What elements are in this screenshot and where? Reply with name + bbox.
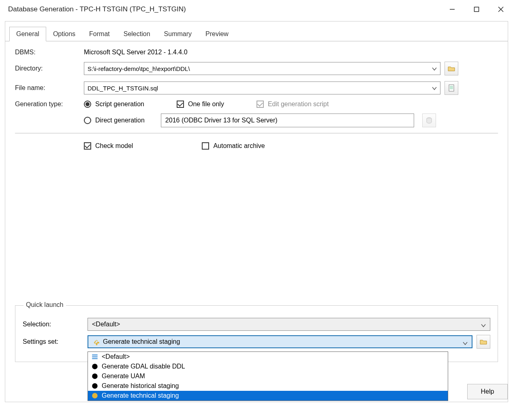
tab-options[interactable]: Options	[46, 27, 82, 41]
gear-icon	[92, 338, 100, 345]
edit-generation-script-checkbox: Edit generation script	[256, 101, 329, 108]
settings-dropdown-list: <Default> Generate GDAL disable DDL Gene…	[88, 351, 448, 401]
checkbox-icon	[202, 142, 209, 150]
tab-selection[interactable]: Selection	[117, 27, 157, 41]
chevron-down-icon	[432, 66, 437, 73]
radio-icon	[84, 101, 91, 108]
minimize-button[interactable]	[440, 0, 464, 19]
automatic-archive-label: Automatic archive	[213, 142, 265, 150]
odbc-driver-value: 2016 (ODBC Driver 13 for SQL Server)	[165, 117, 278, 124]
ql-selection-combo[interactable]: <Default>	[88, 318, 490, 331]
radio-icon	[84, 117, 91, 124]
tab-summary[interactable]: Summary	[157, 27, 199, 41]
dropdown-option-historical[interactable]: Generate historical staging	[88, 381, 448, 391]
svg-rect-10	[92, 356, 98, 358]
window-buttons	[440, 0, 513, 19]
dbms-label: DBMS:	[15, 49, 84, 56]
odbc-driver-field[interactable]: 2016 (ODBC Driver 13 for SQL Server)	[161, 114, 414, 127]
separator	[15, 133, 498, 133]
dropdown-option-default[interactable]: <Default>	[88, 352, 448, 362]
gear-icon	[91, 382, 98, 390]
directory-combo[interactable]: S:\i-refactory-demo\tpc_h\export\DDL\	[84, 62, 440, 75]
database-icon	[426, 117, 432, 124]
help-button-label: Help	[481, 388, 494, 395]
svg-point-13	[92, 373, 98, 379]
tab-format[interactable]: Format	[82, 27, 117, 41]
filename-label: File name:	[15, 84, 84, 92]
browse-settings-button[interactable]	[477, 335, 490, 349]
one-file-only-label: One file only	[188, 101, 224, 108]
view-file-button[interactable]	[445, 81, 458, 95]
filename-combo[interactable]: DDL_TPC_H_TSTGIN.sql	[84, 81, 440, 94]
svg-rect-11	[92, 358, 98, 359]
tab-general[interactable]: General	[9, 27, 46, 41]
directory-label: Directory:	[15, 65, 84, 72]
chevron-down-icon	[463, 340, 468, 347]
filename-value: DDL_TPC_H_TSTGIN.sql	[88, 85, 158, 92]
minimize-icon	[449, 6, 455, 12]
direct-generation-radio[interactable]: Direct generation	[84, 117, 145, 124]
svg-point-12	[92, 364, 98, 369]
window-title: Database Generation - TPC-H TSTGIN (TPC_…	[8, 5, 440, 13]
svg-point-15	[92, 393, 98, 399]
dbms-value: Microsoft SQL Server 2012 - 1.4.4.0	[84, 49, 188, 56]
dropdown-option-label: Generate GDAL disable DDL	[102, 363, 185, 370]
list-icon	[91, 353, 98, 360]
gear-icon	[91, 373, 98, 380]
directory-value: S:\i-refactory-demo\tpc_h\export\DDL\	[88, 65, 190, 72]
folder-icon	[448, 65, 455, 72]
tab-content-general: DBMS: Microsoft SQL Server 2012 - 1.4.4.…	[5, 41, 508, 150]
tab-strip: General Options Format Selection Summary…	[5, 21, 508, 41]
quick-launch-legend: Quick launch	[24, 301, 66, 309]
dropdown-option-gdal[interactable]: Generate GDAL disable DDL	[88, 362, 448, 371]
dropdown-option-label: Generate UAM	[102, 373, 145, 380]
svg-rect-1	[475, 7, 479, 12]
gentype-label: Generation type:	[15, 101, 84, 108]
svg-rect-4	[449, 85, 454, 91]
chevron-down-icon	[432, 85, 437, 92]
dropdown-option-label: <Default>	[102, 353, 130, 360]
title-bar: Database Generation - TPC-H TSTGIN (TPC_…	[0, 0, 513, 19]
dropdown-option-label: Generate historical staging	[102, 382, 179, 390]
edit-generation-script-label: Edit generation script	[268, 101, 329, 108]
svg-point-14	[92, 383, 98, 389]
file-icon	[448, 84, 455, 92]
dropdown-option-label: Generate technical staging	[102, 392, 179, 399]
ql-selection-value: <Default>	[92, 321, 120, 328]
gear-icon	[91, 363, 98, 370]
svg-rect-9	[92, 354, 98, 356]
checkbox-icon	[84, 142, 91, 150]
checkbox-icon	[256, 101, 264, 108]
odbc-config-button	[422, 114, 436, 127]
chevron-down-icon	[481, 322, 486, 330]
maximize-icon	[474, 6, 479, 12]
folder-icon	[480, 339, 487, 345]
ql-selection-label: Selection:	[23, 321, 88, 328]
maximize-button[interactable]	[464, 0, 489, 19]
direct-generation-label: Direct generation	[95, 117, 145, 124]
automatic-archive-checkbox[interactable]: Automatic archive	[202, 142, 265, 150]
script-generation-label: Script generation	[95, 101, 144, 108]
gear-icon	[91, 392, 98, 399]
close-icon	[498, 6, 504, 13]
check-model-checkbox[interactable]: Check model	[84, 142, 133, 150]
dropdown-option-uam[interactable]: Generate UAM	[88, 371, 448, 381]
ql-settings-label: Settings set:	[23, 338, 88, 345]
one-file-only-checkbox[interactable]: One file only	[177, 101, 224, 108]
help-button[interactable]: Help	[467, 384, 508, 399]
check-model-label: Check model	[95, 142, 133, 150]
script-generation-radio[interactable]: Script generation	[84, 101, 144, 108]
dialog-body: General Options Format Selection Summary…	[5, 21, 508, 402]
ql-settings-value: Generate technical staging	[103, 338, 180, 345]
checkbox-icon	[177, 101, 184, 108]
browse-directory-button[interactable]	[445, 62, 458, 75]
dropdown-option-technical[interactable]: Generate technical staging	[88, 391, 448, 401]
ql-settings-combo[interactable]: Generate technical staging	[88, 335, 472, 348]
tab-preview[interactable]: Preview	[199, 27, 235, 41]
close-button[interactable]	[489, 0, 513, 19]
